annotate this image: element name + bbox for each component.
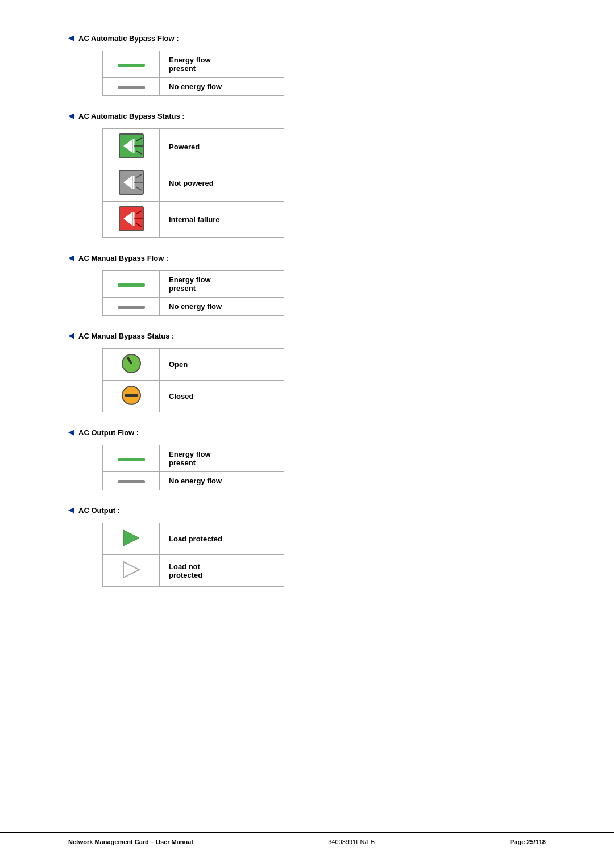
label-load-not-line2: protected — [169, 571, 275, 579]
bullet-icon — [68, 114, 74, 119]
label-line1: No energy flow — [169, 82, 222, 91]
icon-cell — [103, 78, 160, 96]
icon-cell — [103, 349, 160, 381]
label-cell: No energy flow — [160, 298, 284, 316]
powered-icon — [119, 133, 144, 158]
green-flow-line-icon — [118, 64, 145, 67]
label-cell: Internal failure — [160, 202, 284, 238]
icon-cell — [103, 129, 160, 165]
label-cell: Energy flow present — [160, 51, 284, 78]
bullet-icon — [68, 430, 74, 436]
icon-cell — [103, 51, 160, 78]
ac-auto-bypass-status-table: Powered Not powered — [102, 128, 284, 238]
label-powered: Powered — [169, 143, 200, 151]
gray-flow-line-icon — [118, 86, 145, 89]
bullet-icon — [68, 36, 74, 41]
label-line2: present — [169, 458, 275, 467]
label-internal-failure: Internal failure — [169, 215, 220, 224]
table-row: Energy flow present — [103, 445, 284, 472]
section-ac-output: AC Output : Load protected — [68, 506, 546, 587]
icon-cell — [103, 472, 160, 490]
section-ac-manual-bypass-flow: AC Manual Bypass Flow : Energy flow pres… — [68, 254, 546, 316]
footer-left: Network Management Card – User Manual — [68, 838, 193, 845]
table-row: No energy flow — [103, 78, 284, 96]
gray-flow-line-icon — [118, 306, 145, 309]
load-protected-icon — [121, 528, 142, 548]
bullet-icon — [68, 508, 74, 514]
section-ac-automatic-bypass-flow: AC Automatic Bypass Flow : Energy flow p… — [68, 34, 546, 96]
ac-auto-bypass-flow-table: Energy flow present No energy flow — [102, 51, 284, 96]
table-row: No energy flow — [103, 298, 284, 316]
section-title-text: AC Manual Bypass Status : — [78, 332, 174, 340]
svg-marker-23 — [123, 562, 139, 578]
icon-cell — [103, 298, 160, 316]
section-title-text: AC Output : — [78, 506, 120, 515]
table-row: Closed — [103, 381, 284, 412]
icon-cell — [103, 381, 160, 412]
table-row: Powered — [103, 129, 284, 165]
label-cell: Load protected — [160, 523, 284, 555]
label-cell: Not powered — [160, 165, 284, 202]
icon-cell — [103, 202, 160, 238]
ac-manual-bypass-status-table: Open Closed — [102, 348, 284, 412]
section-title-ac-manual-bypass-flow: AC Manual Bypass Flow : — [68, 254, 546, 262]
not-powered-icon — [119, 170, 144, 195]
bullet-icon — [68, 333, 74, 339]
icon-cell — [103, 523, 160, 555]
label-cell: Energy flow present — [160, 445, 284, 472]
table-row: Internal failure — [103, 202, 284, 238]
footer-right: Page 25/118 — [510, 838, 546, 845]
label-line1: No energy flow — [169, 477, 222, 485]
label-open: Open — [169, 360, 188, 369]
label-closed: Closed — [169, 392, 193, 400]
label-not-powered: Not powered — [169, 179, 214, 187]
table-row: Energy flow present — [103, 271, 284, 298]
table-row: Load protected — [103, 523, 284, 555]
ac-output-table: Load protected Load not protected — [102, 523, 284, 587]
section-ac-manual-bypass-status: AC Manual Bypass Status : Open — [68, 332, 546, 412]
label-line2: present — [169, 64, 275, 73]
section-title-text: AC Automatic Bypass Flow : — [78, 34, 179, 43]
section-title-ac-auto-bypass-flow: AC Automatic Bypass Flow : — [68, 34, 546, 43]
label-line1: Energy flow — [169, 276, 275, 284]
icon-cell — [103, 445, 160, 472]
label-load-not-line1: Load not — [169, 562, 275, 571]
table-row: Load not protected — [103, 555, 284, 587]
bullet-icon — [68, 256, 74, 261]
footer: Network Management Card – User Manual 34… — [0, 832, 614, 845]
green-flow-line-icon — [118, 283, 145, 287]
label-cell: Powered — [160, 129, 284, 165]
gray-flow-line-icon — [118, 480, 145, 483]
load-not-protected-icon — [121, 560, 142, 580]
section-title-ac-auto-bypass-status: AC Automatic Bypass Status : — [68, 112, 546, 120]
switch-open-icon — [121, 353, 142, 374]
ac-output-flow-table: Energy flow present No energy flow — [102, 445, 284, 490]
label-load-protected: Load protected — [169, 535, 222, 543]
switch-closed-icon — [121, 385, 142, 406]
section-title-text: AC Automatic Bypass Status : — [78, 112, 185, 120]
label-cell: No energy flow — [160, 78, 284, 96]
label-cell: No energy flow — [160, 472, 284, 490]
section-title-ac-output-flow: AC Output Flow : — [68, 428, 546, 437]
green-flow-line-icon — [118, 458, 145, 461]
label-line2: present — [169, 284, 275, 293]
section-title-text: AC Output Flow : — [78, 428, 139, 437]
table-row: No energy flow — [103, 472, 284, 490]
label-cell: Open — [160, 349, 284, 381]
section-ac-output-flow: AC Output Flow : Energy flow present — [68, 428, 546, 490]
icon-cell — [103, 555, 160, 587]
footer-center: 34003991EN/EB — [328, 838, 375, 845]
internal-failure-icon — [119, 206, 144, 231]
table-row: Open — [103, 349, 284, 381]
icon-cell — [103, 271, 160, 298]
ac-manual-bypass-flow-table: Energy flow present No energy flow — [102, 270, 284, 316]
icon-cell — [103, 165, 160, 202]
label-line1: Energy flow — [169, 450, 275, 458]
table-row: Not powered — [103, 165, 284, 202]
label-cell: Energy flow present — [160, 271, 284, 298]
section-ac-automatic-bypass-status: AC Automatic Bypass Status : Powered — [68, 112, 546, 238]
section-title-ac-output: AC Output : — [68, 506, 546, 515]
label-cell: Closed — [160, 381, 284, 412]
label-cell: Load not protected — [160, 555, 284, 587]
table-row: Energy flow present — [103, 51, 284, 78]
